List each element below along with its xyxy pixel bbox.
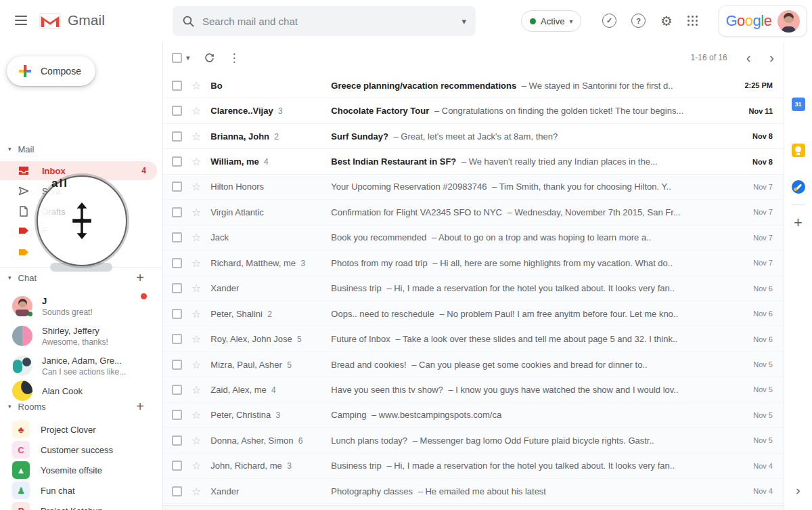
email-row[interactable]: ☆William, me 4Best Indian Restaurant in … (163, 149, 784, 174)
chat-list-item[interactable]: JSounds great! (0, 291, 157, 321)
chat-snippet: Awesome, thanks! (42, 337, 108, 347)
star-icon[interactable]: ☆ (191, 79, 201, 92)
apps-grid-icon[interactable] (687, 16, 698, 26)
more-options-icon[interactable]: ⋮ (229, 51, 240, 65)
star-icon[interactable]: ☆ (191, 459, 201, 472)
email-sender: William, me 4 (210, 156, 331, 167)
new-chat-button[interactable]: + (136, 270, 144, 286)
room-list-item[interactable]: ▲Yosemite offsite (0, 460, 157, 480)
email-subject-snippet: Surf Sunday? – Great, let's meet at Jack… (331, 131, 725, 142)
star-icon[interactable]: ☆ (191, 383, 201, 396)
star-icon[interactable]: ☆ (191, 180, 201, 193)
email-subject-snippet: Confirmation for Flight VA2345 SFO to NY… (331, 207, 725, 217)
room-list-item[interactable]: CCustomer success (0, 440, 157, 460)
chat-list-item[interactable]: Janice, Adam, Gre...Can I see actions li… (0, 351, 157, 381)
row-checkbox[interactable] (172, 283, 182, 293)
email-row[interactable]: ☆Hilton HonorsYour Upcoming Reservation … (163, 175, 784, 200)
row-checkbox[interactable] (172, 385, 182, 395)
compose-button[interactable]: Compose (7, 56, 95, 86)
email-row[interactable]: ☆Zaid, Alex, me 4Have you seen this tv s… (163, 377, 784, 402)
settings-gear-icon[interactable]: ⚙ (660, 14, 673, 28)
previous-page-chevron-icon[interactable]: ‹ (746, 52, 751, 63)
row-checkbox[interactable] (172, 81, 182, 91)
star-icon[interactable]: ☆ (191, 155, 201, 168)
row-checkbox[interactable] (172, 334, 182, 344)
star-icon[interactable]: ☆ (191, 130, 201, 143)
new-room-button[interactable]: + (136, 399, 144, 415)
email-row[interactable]: ☆Peter, Shalini 2Oops.. need to reschedu… (163, 301, 784, 326)
user-avatar[interactable] (777, 10, 800, 33)
row-checkbox[interactable] (172, 309, 182, 319)
email-row[interactable]: ☆XanderBusiness trip – Hi, I made a rese… (163, 276, 784, 301)
star-icon[interactable]: ☆ (191, 231, 201, 244)
email-row[interactable]: ☆Donna, Asher, Simon 6Lunch plans today?… (163, 428, 784, 453)
email-date: Nov 6 (734, 310, 773, 318)
email-row[interactable]: ☆Richard, Matthew, me 3Photos from my ro… (163, 251, 784, 276)
rooms-section-header[interactable]: ▾ Rooms + (0, 398, 162, 415)
row-checkbox[interactable] (172, 486, 182, 496)
row-checkbox[interactable] (172, 131, 182, 142)
chat-section-header[interactable]: ▾ Chat + (0, 270, 162, 286)
hide-panel-chevron-icon[interactable]: › (796, 483, 800, 498)
refresh-icon[interactable] (204, 52, 215, 64)
row-checkbox[interactable] (172, 410, 182, 420)
select-all-checkbox[interactable] (172, 53, 182, 63)
star-icon[interactable]: ☆ (191, 104, 201, 117)
add-addon-button[interactable]: + (794, 214, 803, 232)
status-selector[interactable]: Active ▾ (521, 10, 581, 32)
star-icon[interactable]: ☆ (191, 282, 201, 295)
email-list-pane: ▾ ⋮ 1-16 of 16 ‹ › ☆BoGreece planning/va… (162, 42, 784, 510)
room-list-item[interactable]: ♣Project Clover (0, 419, 157, 440)
mail-section-header[interactable]: ▾ Mail (0, 141, 162, 157)
row-checkbox[interactable] (172, 207, 182, 217)
rooms-section-title: Rooms (18, 402, 46, 412)
google-letter: o (737, 12, 745, 29)
row-checkbox[interactable] (172, 360, 182, 370)
email-row[interactable]: ☆Roy, Alex, John Jose 5Future of Inbox –… (163, 326, 784, 352)
top-header: Gmail ▾ Active ▾ ✓ ? ⚙ Google (0, 0, 812, 42)
hamburger-menu-icon[interactable] (15, 16, 27, 25)
google-account-chip[interactable]: Google (719, 5, 807, 37)
row-checkbox[interactable] (172, 106, 182, 116)
star-icon[interactable]: ☆ (191, 206, 201, 219)
keep-icon[interactable] (792, 144, 805, 157)
star-icon[interactable]: ☆ (191, 307, 201, 320)
row-checkbox[interactable] (172, 156, 182, 167)
row-checkbox[interactable] (172, 435, 182, 446)
row-checkbox[interactable] (172, 232, 182, 242)
email-row[interactable]: ☆Virgin AtlanticConfirmation for Flight … (163, 200, 784, 225)
star-icon[interactable]: ☆ (191, 333, 201, 345)
email-subject-snippet: Have you seen this tv show? – I know you… (331, 385, 725, 395)
star-icon[interactable]: ☆ (191, 485, 201, 498)
email-row[interactable]: ☆BoGreece planning/vacation recommendati… (163, 73, 784, 98)
row-checkbox[interactable] (172, 461, 182, 471)
row-checkbox[interactable] (172, 258, 182, 268)
search-input[interactable] (202, 16, 461, 27)
vertical-resize-cursor-icon (66, 200, 98, 241)
star-icon[interactable]: ☆ (191, 408, 201, 421)
chat-list-item[interactable]: Shirley, JefferyAwesome, thanks! (0, 321, 157, 351)
check-circle-icon[interactable]: ✓ (602, 14, 616, 28)
room-list-item[interactable]: PProject Ketchup (0, 501, 157, 510)
email-row[interactable]: ☆JackBook you recommended – About to go … (163, 226, 784, 251)
star-icon[interactable]: ☆ (191, 257, 201, 270)
star-icon[interactable]: ☆ (191, 358, 201, 371)
room-list-item[interactable]: ♟Fun chat (0, 480, 157, 501)
search-bar[interactable]: ▾ (173, 6, 476, 36)
email-row[interactable]: ☆Peter, Christina 3Camping – www.bestcam… (163, 403, 784, 428)
calendar-icon[interactable]: 31 (792, 98, 805, 111)
email-row[interactable]: ☆Clarence..Vijay 3Chocolate Factory Tour… (163, 98, 784, 123)
email-sender: Xander (210, 486, 331, 496)
email-row[interactable]: ☆XanderPhotography classes – He emailed … (163, 479, 784, 504)
email-row[interactable]: ☆Brianna, John 2Surf Sunday? – Great, le… (163, 124, 784, 149)
row-checkbox[interactable] (172, 182, 182, 192)
star-icon[interactable]: ☆ (191, 434, 201, 447)
next-page-chevron-icon[interactable]: › (769, 52, 774, 63)
tasks-icon[interactable] (792, 180, 805, 194)
email-row[interactable]: ☆John, Richard, me 3Business trip – Hi, … (163, 454, 784, 479)
search-options-chevron-icon[interactable]: ▾ (461, 16, 466, 26)
select-dropdown-chevron-icon[interactable]: ▾ (186, 54, 190, 62)
google-letter: e (764, 12, 772, 29)
email-row[interactable]: ☆Mizra, Paul, Asher 5Bread and cookies! … (163, 352, 784, 377)
help-icon[interactable]: ? (631, 14, 646, 28)
